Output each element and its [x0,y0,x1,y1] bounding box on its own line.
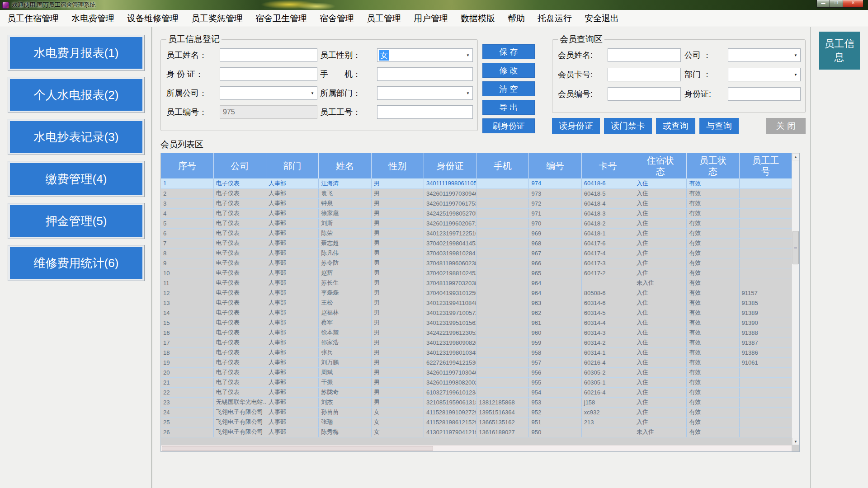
table-cell: 60418-2 [581,218,634,228]
table-row[interactable]: 5电子仪表人事部刘斯男3426011996020671...97060418-2… [161,218,792,228]
vertical-scrollbar-thumb[interactable] [793,231,799,264]
table-row[interactable]: 1电子仪表人事部江海涛男3401111998061105...97460418-… [161,178,792,188]
query-number-input[interactable] [608,87,681,101]
menu-item-9[interactable]: 帮助 [501,10,531,27]
sidebar-button-2[interactable]: 水电抄表记录(3) [8,119,145,155]
menu-item-11[interactable]: 安全退出 [578,10,625,27]
horizontal-scrollbar[interactable] [161,445,792,451]
maximize-button[interactable]: ❐ [830,0,843,8]
scroll-down-icon[interactable]: ▼ [792,438,799,445]
employee-phone-input[interactable] [377,67,473,81]
table-row[interactable]: 21电子仪表人事部干振男3426011998082002...95560305-… [161,377,792,387]
sidebar-button-4[interactable]: 押金管理(5) [8,203,145,239]
column-header[interactable]: 公司 [213,153,266,178]
table-row[interactable]: 14电子仪表人事部赵福林男3401231997100572...96260314… [161,308,792,318]
vertical-scrollbar[interactable]: ▲ ▼ [792,153,799,445]
menu-item-8[interactable]: 数据模版 [454,10,501,27]
table-cell: 人事部 [266,208,319,218]
employee-idcard-input[interactable] [220,67,317,81]
table-row[interactable]: 6电子仪表人事部陈荣男3401231997122516...96960418-1… [161,228,792,238]
query-button-3[interactable]: 与查询 [699,118,739,134]
column-header[interactable]: 手机 [476,153,529,178]
action-button-0[interactable]: 保 存 [482,44,535,59]
column-header[interactable]: 身份证 [424,153,476,178]
table-row[interactable]: 19电子仪表人事部刘万鹏男6227261994121530...95760216… [161,357,792,367]
column-header[interactable]: 编号 [529,153,581,178]
sidebar-button-1[interactable]: 个人水电报表(2) [8,77,145,113]
sidebar-button-5[interactable]: 维修费用统计(6) [8,245,145,281]
table-row[interactable]: 22电子仪表人事部苏陇奇男6103271996101234...95460216… [161,387,792,397]
menu-item-3[interactable]: 员工奖惩管理 [185,10,249,27]
table-row[interactable]: 9电子仪表人事部苏令防男3704811996060238...96660417-… [161,258,792,268]
table-row[interactable]: 7电子仪表人事部聂志超男3704021998041453...96860417-… [161,238,792,248]
employee-company-select[interactable]: ▼ [220,86,317,100]
query-button-2[interactable]: 或查询 [656,118,695,134]
table-row[interactable]: 16电子仪表人事部徐本耀男3424221996123052...96060314… [161,328,792,338]
horizontal-scrollbar-thumb[interactable] [162,446,433,451]
table-row[interactable]: 26飞翎电子有限公司人事部陈秀梅女4130211979041219...1361… [161,427,792,437]
table-row[interactable]: 10电子仪表人事部赵辉男3704021988102453...96560417-… [161,268,792,278]
minimize-button[interactable]: ▬ [816,0,830,8]
close-button[interactable]: ✕ [843,0,863,8]
employee-info-button[interactable]: 员工信息 [819,32,860,70]
employee-workno-input[interactable] [377,105,473,119]
table-cell: 电子仪表 [213,238,266,248]
action-button-4[interactable]: 刷身份证 [482,118,535,133]
action-button-3[interactable]: 导 出 [482,100,535,115]
menu-item-1[interactable]: 水电费管理 [65,10,121,27]
table-row[interactable]: 24飞翎电子有限公司人事部孙苗苗女4115281991092729...1395… [161,407,792,417]
column-header[interactable]: 员工工号 [739,153,792,178]
column-header[interactable]: 序号 [161,153,213,178]
employee-name-input[interactable] [220,48,317,62]
table-row[interactable]: 11电子仪表人事部苏长生男3704811997032038...964未入住有效 [161,278,792,288]
menu-item-4[interactable]: 宿舍卫生管理 [249,10,313,27]
sidebar-button-3[interactable]: 缴费管理(4) [8,161,145,197]
table-row[interactable]: 8电子仪表人事部陈凡伟男3704031998102841...96760417-… [161,248,792,258]
query-button-4[interactable]: 关 闭 [766,118,806,134]
table-row[interactable]: 25飞翎电子有限公司人事部张瑞女4115281986121529...13665… [161,417,792,427]
table-row[interactable]: 12电子仪表人事部李磊磊男3704041993101250...96480508… [161,288,792,298]
table-row[interactable]: 15电子仪表人事部蔡军男3401231995101562...96160314-… [161,318,792,328]
table-cell: 男 [371,258,424,268]
menu-item-10[interactable]: 托盘运行 [531,10,578,27]
table-row[interactable]: 13电子仪表人事部王松男3401231994110848...96360314-… [161,298,792,308]
table-row[interactable]: 20电子仪表人事部周斌男3426011997103040...95660305-… [161,367,792,377]
table-row[interactable]: 4电子仪表人事部徐家扈男3424251998052705...97160418-… [161,208,792,218]
query-button-1[interactable]: 读门禁卡 [604,118,652,134]
table-row[interactable]: 23无锡国联华光电站...人事部刘杰男3210851959061318...13… [161,397,792,407]
column-header[interactable]: 部门 [266,153,319,178]
column-header[interactable]: 住宿状态 [634,153,687,178]
query-company-select[interactable]: ▼ [728,48,801,62]
action-button-2[interactable]: 清 空 [482,81,535,96]
menu-item-6[interactable]: 员工管理 [360,10,407,27]
query-card-input[interactable] [608,68,681,81]
table-cell: 60314-6 [581,298,634,308]
query-name-input[interactable] [608,48,681,62]
table-row[interactable]: 17电子仪表人事部邵家浩男3401231998090820...95960314… [161,338,792,347]
table-cell: 男 [371,318,424,328]
table-cell: 60314-2 [581,338,634,347]
table-row[interactable]: 18电子仪表人事部张兵男3401231998010348...95860314-… [161,347,792,357]
column-header[interactable]: 卡号 [581,153,634,178]
query-button-0[interactable]: 读身份证 [552,118,600,134]
scroll-up-icon[interactable]: ▲ [792,153,799,160]
employee-department-select[interactable]: ▼ [377,86,473,100]
close-icon: ✕ [851,0,855,6]
query-idcard-input[interactable] [728,87,801,101]
table-cell: 4115281991092729... [424,407,476,417]
table-cell: 入住 [634,298,687,308]
menu-item-2[interactable]: 设备维修管理 [121,10,185,27]
query-department-select[interactable]: ▼ [728,68,801,81]
column-header[interactable]: 姓名 [319,153,371,178]
sidebar-button-0[interactable]: 水电费月报表(1) [8,35,145,71]
table-row[interactable]: 2电子仪表人事部袁飞男3426011997030946...97360418-5… [161,188,792,198]
table-cell: 4115281986121529... [424,417,476,427]
table-row[interactable]: 3电子仪表人事部钟泉男3426011997061753...97260418-4… [161,198,792,208]
menu-item-7[interactable]: 用户管理 [407,10,454,27]
employee-gender-select[interactable]: 女 ▼ [377,48,473,62]
menu-item-0[interactable]: 员工住宿管理 [1,10,65,27]
action-button-1[interactable]: 修 改 [482,63,535,78]
column-header[interactable]: 性别 [371,153,424,178]
menu-item-5[interactable]: 宿舍管理 [313,10,360,27]
column-header[interactable]: 员工状态 [687,153,739,178]
